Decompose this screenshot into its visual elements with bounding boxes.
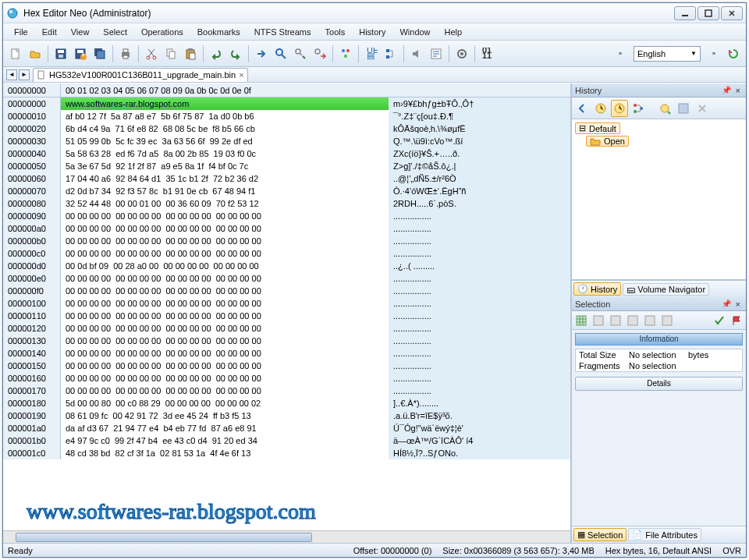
find-next-button[interactable] <box>291 44 310 63</box>
tab-close-button[interactable]: × <box>239 70 243 80</box>
hex-row[interactable]: 0000019008 61 09 fc 00 42 91 72 3d ee 45… <box>3 409 570 422</box>
sel-grid6-button[interactable] <box>659 313 675 328</box>
ascii-cell[interactable]: HÍ8½‚Ï?..SƒONo. <box>389 447 570 459</box>
hex-row[interactable]: 0000014000 00 00 00 00 00 00 00 00 00 00… <box>3 347 570 360</box>
ascii-cell[interactable]: ZXc(íö}¥Š.+…..ð. <box>389 147 570 160</box>
binary-button[interactable]: 0111 <box>478 44 497 63</box>
tab-file-attributes[interactable]: 📄File Attributes <box>628 528 701 541</box>
sel-grid4-button[interactable] <box>625 313 641 328</box>
hex-row[interactable]: 0000015000 00 00 00 00 00 00 00 00 00 00… <box>3 360 570 372</box>
sel-flag-button[interactable] <box>729 313 744 328</box>
tab-volume-navigator[interactable]: 🖴Volume Navigator <box>623 283 709 296</box>
ascii-cell[interactable]: ..@¦’„dÑ5.±/r²6Ò <box>389 172 570 185</box>
redo-button[interactable] <box>226 44 245 63</box>
bytes-cell[interactable]: 00 00 00 00 00 00 00 00 00 00 00 00 00 0… <box>61 372 389 385</box>
history-save-button[interactable] <box>675 100 692 117</box>
history-tree[interactable]: ⊟ Default Open <box>572 119 746 280</box>
hex-row[interactable]: 000000505a 3e 67 5d 92 1f 2f 87 a9 e5 8a… <box>3 160 570 172</box>
bytes-cell[interactable]: e4 97 9c c0 99 2f 47 b4 ee 43 c0 d4 91 2… <box>61 434 389 447</box>
bytes-cell[interactable]: 00 00 00 00 00 00 00 00 00 00 00 00 00 0… <box>61 210 389 222</box>
bytes-cell[interactable]: 00 00 00 00 00 00 00 00 00 00 00 00 00 0… <box>61 297 389 310</box>
ascii-cell[interactable]: Q.™.\ü9ì:cVo™.ßí <box>389 135 570 147</box>
hex-row[interactable]: 0000008032 52 44 48 00 00 01 00 00 36 60… <box>3 197 570 210</box>
menu-history[interactable]: History <box>353 26 392 38</box>
panel-close-button[interactable]: × <box>733 299 743 309</box>
replace-button[interactable] <box>311 44 329 63</box>
sel-grid1-button[interactable] <box>573 313 589 328</box>
ascii-cell[interactable]: kÔÄšqoè‚h.\¾øµfË <box>389 122 570 135</box>
bytes-cell[interactable]: www.softwares-rar.blogspot.com <box>61 97 389 110</box>
structure-button[interactable] <box>382 44 400 63</box>
ascii-cell[interactable]: ................ <box>389 335 570 347</box>
tab-prev-button[interactable]: ◄ <box>6 69 17 80</box>
save-button[interactable] <box>51 44 70 63</box>
menu-view[interactable]: View <box>65 26 96 38</box>
ascii-cell[interactable]: ................ <box>389 285 570 297</box>
hex-row[interactable]: 00000010af b0 12 7f 5a 87 a8 e7 5b 6f 75… <box>3 110 570 122</box>
hex-row[interactable]: 000001805d 00 00 80 00 c0 88 29 00 00 00… <box>3 397 570 409</box>
hex-row[interactable]: 000000b000 00 00 00 00 00 00 00 00 00 00… <box>3 235 570 247</box>
history-clock2-button[interactable] <box>611 100 628 117</box>
history-tree-button[interactable] <box>630 100 647 117</box>
ascii-cell[interactable]: ................ <box>389 272 570 285</box>
bytes-cell[interactable]: 48 cd 38 bd 82 cf 3f 1a 02 81 53 1a 4f 4… <box>61 447 389 459</box>
ascii-cell[interactable]: Ú¯Óg!”wä´ëwý‡¦è' <box>389 422 570 434</box>
ascii-cell[interactable]: ................ <box>389 360 570 372</box>
bytes-cell[interactable]: 00 00 00 00 00 00 00 00 00 00 00 00 00 0… <box>61 235 389 247</box>
ascii-cell[interactable]: ................ <box>389 322 570 335</box>
hex-row[interactable]: 0000017000 00 00 00 00 00 00 00 00 00 00… <box>3 385 570 397</box>
hex-row[interactable]: 000000a000 00 00 00 00 00 00 00 00 00 00… <box>3 222 570 235</box>
sel-grid2-button[interactable] <box>591 313 606 328</box>
pin-icon[interactable]: 📌 <box>719 299 733 308</box>
history-item-open[interactable]: Open <box>586 136 629 147</box>
bytes-cell[interactable]: 00 00 00 00 00 00 00 00 00 00 00 00 00 0… <box>61 347 389 360</box>
ascii-cell[interactable]: ..¿..( ......... <box>389 260 570 272</box>
toolbar-options-2-button[interactable]: » <box>705 44 723 63</box>
bytes-cell[interactable]: 17 04 40 a6 92 84 64 d1 35 1c b1 2f 72 b… <box>61 172 389 185</box>
speak-button[interactable] <box>407 44 426 63</box>
maximize-button[interactable] <box>698 6 719 20</box>
sel-grid5-button[interactable] <box>642 313 658 328</box>
hex-body[interactable]: 00000000www.softwares-rar.blogspot.comm›… <box>3 97 570 530</box>
toolbar-options-button[interactable]: » <box>611 44 630 63</box>
hex-row[interactable]: 000000c000 00 00 00 00 00 00 00 00 00 00… <box>3 247 570 260</box>
menu-file[interactable]: File <box>8 26 34 38</box>
hex-row[interactable]: 000000405a 58 63 28 ed f6 7d a5 8a 00 2b… <box>3 147 570 160</box>
tab-next-button[interactable]: ► <box>19 69 30 80</box>
pin-icon[interactable]: 📌 <box>719 86 733 94</box>
hex-row[interactable]: 0000009000 00 00 00 00 00 00 00 00 00 00… <box>3 210 570 222</box>
settings-button[interactable] <box>453 44 471 63</box>
bytes-cell[interactable]: 00 00 00 00 00 00 00 00 00 00 00 00 00 0… <box>61 385 389 397</box>
bookmark-button[interactable] <box>336 44 355 63</box>
bytes-cell[interactable]: 00 00 00 00 00 00 00 00 00 00 00 00 00 0… <box>61 335 389 347</box>
menu-tools[interactable]: Tools <box>319 26 352 38</box>
bytes-cell[interactable]: 00 00 00 00 00 00 00 00 00 00 00 00 00 0… <box>61 310 389 322</box>
document-tab[interactable]: HG532eV100R001C136B011_upgrade_main.bin … <box>33 68 248 82</box>
history-back-button[interactable] <box>573 100 591 117</box>
hex-row[interactable]: 000001c048 cd 38 bd 82 cf 3f 1a 02 81 53… <box>3 447 570 459</box>
bytes-cell[interactable]: 08 61 09 fc 00 42 91 72 3d ee 45 24 ff b… <box>61 409 389 422</box>
bytes-cell[interactable]: 5a 3e 67 5d 92 1f 2f 87 a9 e5 8a 1f f4 b… <box>61 160 389 172</box>
bytes-cell[interactable]: 5a 58 63 28 ed f6 7d a5 8a 00 2b 85 19 0… <box>61 147 389 160</box>
ascii-cell[interactable]: .a.ü.B'r=îE$ÿ³õ. <box>389 409 570 422</box>
ascii-cell[interactable]: ................ <box>389 347 570 360</box>
ascii-cell[interactable]: ¯°.Z‡¨ç[ou‡.Ð.¶ <box>389 110 570 122</box>
hex-row[interactable]: 00000070d2 0d b7 34 92 f3 57 8c b1 91 0e… <box>3 185 570 197</box>
hex-row[interactable]: 0000016000 00 00 00 00 00 00 00 00 00 00… <box>3 372 570 385</box>
ascii-cell[interactable]: Z>g]’./‡©åŠ.ô¿.| <box>389 160 570 172</box>
new-file-button[interactable] <box>6 44 25 63</box>
ascii-cell[interactable]: ]..€.À*)........ <box>389 397 570 409</box>
hex-row[interactable]: 0000011000 00 00 00 00 00 00 00 00 00 00… <box>3 310 570 322</box>
hex-row[interactable]: 000001b0e4 97 9c c0 99 2f 47 b4 ee 43 c0… <box>3 434 570 447</box>
ascii-cell[interactable]: ä—œÀ™/G´îCÀÔ' í4 <box>389 434 570 447</box>
close-window-button[interactable] <box>721 6 743 20</box>
open-file-button[interactable] <box>26 44 44 63</box>
menu-operations[interactable]: Operations <box>135 26 190 38</box>
bytes-cell[interactable]: af b0 12 7f 5a 87 a8 e7 5b 6f 75 87 1a d… <box>61 110 389 122</box>
menu-window[interactable]: Window <box>393 26 436 38</box>
script-button[interactable] <box>427 44 445 63</box>
history-add-button[interactable] <box>656 100 673 117</box>
menu-help[interactable]: Help <box>438 26 469 38</box>
bytes-cell[interactable]: 5d 00 00 80 00 c0 88 29 00 00 00 00 00 0… <box>61 397 389 409</box>
undo-button[interactable] <box>207 44 225 63</box>
